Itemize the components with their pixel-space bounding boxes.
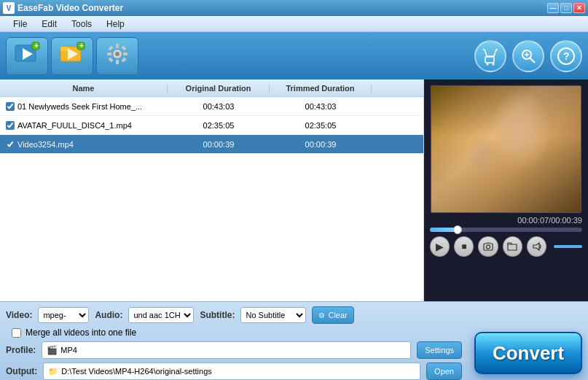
merge-row: Merge all videos into one file [6, 327, 462, 338]
toolbar-right: ? [474, 40, 582, 72]
app-icon: V [3, 2, 15, 14]
subtitle-label: Subtitle: [200, 310, 235, 320]
maximize-button[interactable]: □ [560, 3, 572, 13]
convert-section: Convert [474, 332, 582, 374]
play-button[interactable]: ▶ [430, 236, 450, 257]
time-display: 00:00:07/00:00:39 [517, 216, 582, 225]
file-list-header: Name Original Duration Trimmed Duration [0, 80, 423, 97]
app-title: EaseFab Video Converter [17, 3, 547, 13]
gear-icon [104, 41, 130, 71]
output-row: Output: 📁 D:\Test Videos\MP4-H264\origin… [6, 362, 462, 380]
audio-select[interactable]: und aac 1CH [128, 307, 194, 323]
video-thumbnail [431, 86, 581, 212]
svg-rect-28 [484, 244, 493, 250]
add-video-button[interactable]: + [6, 37, 48, 75]
toolbar-settings-button[interactable] [96, 37, 138, 75]
volume-button[interactable] [527, 236, 546, 257]
progress-thumb[interactable] [453, 225, 462, 234]
profile-value: MP4 [60, 346, 77, 354]
original-duration-cell: 00:00:39 [168, 140, 270, 149]
menu-file[interactable]: File [6, 18, 34, 31]
header-original: Original Duration [168, 84, 270, 93]
output-value: D:\Test Videos\MP4-H264\original-setting… [61, 367, 211, 376]
titlebar: V EaseFab Video Converter — □ ✕ [0, 0, 588, 16]
profile-row: Profile: 🎬 MP4 Settings [6, 341, 462, 359]
svg-rect-14 [123, 53, 128, 55]
minimize-button[interactable]: — [547, 3, 559, 13]
svg-point-10 [115, 52, 119, 56]
table-row[interactable]: AVATAR_FUULL_DISC4_1.mp4 02:35:05 02:35:… [0, 116, 423, 135]
svg-text:+: + [34, 42, 39, 50]
add-folder-icon: + [59, 41, 85, 71]
file-checkbox[interactable] [6, 102, 15, 111]
svg-point-21 [493, 63, 495, 65]
clear-icon: ⚙ [318, 311, 325, 319]
svg-rect-19 [485, 57, 494, 63]
header-trimmed: Trimmed Duration [270, 84, 372, 93]
menu-edit[interactable]: Edit [34, 18, 64, 31]
original-duration-cell: 00:43:03 [168, 102, 270, 111]
svg-marker-31 [533, 243, 539, 250]
svg-rect-30 [486, 242, 490, 244]
stop-button[interactable]: ■ [454, 236, 474, 257]
merge-checkbox[interactable] [12, 328, 21, 338]
trimmed-duration-cell: 00:00:39 [270, 140, 372, 149]
video-select[interactable]: mpeg- [38, 307, 89, 323]
output-input[interactable]: 📁 D:\Test Videos\MP4-H264\original-setti… [43, 362, 420, 380]
add-folder-button[interactable]: + [51, 37, 93, 75]
clear-button[interactable]: ⚙ Clear [312, 306, 353, 324]
volume-slider[interactable] [554, 245, 582, 248]
svg-rect-16 [121, 45, 126, 50]
shop-button[interactable] [474, 40, 506, 72]
window-controls: — □ ✕ [547, 3, 585, 13]
add-video-icon: + [14, 41, 40, 71]
file-name-cell: 01 Newlyweds Seek First Home_... [0, 102, 168, 111]
table-row[interactable]: 01 Newlyweds Seek First Home_... 00:43:0… [0, 97, 423, 116]
audio-label: Audio: [95, 310, 122, 320]
toolbar: + + [0, 32, 588, 80]
svg-point-29 [487, 245, 490, 249]
bottom-controls: Video: mpeg- Audio: und aac 1CH Subtitle… [0, 302, 468, 380]
svg-rect-15 [108, 45, 113, 50]
preview-image [431, 85, 581, 213]
close-button[interactable]: ✕ [573, 3, 585, 13]
svg-rect-11 [116, 44, 119, 48]
progress-bar[interactable] [430, 228, 582, 232]
file-name: AVATAR_FUULL_DISC4_1.mp4 [17, 121, 132, 130]
file-checkbox[interactable] [6, 140, 15, 149]
file-name: 01 Newlyweds Seek First Home_... [17, 102, 142, 111]
clear-label: Clear [328, 311, 347, 319]
original-duration-cell: 02:35:05 [168, 121, 270, 130]
toolbar-left: + + [6, 37, 138, 75]
preview-panel: 00:00:07/00:00:39 ▶ ■ [424, 80, 588, 301]
menubar: File Edit Tools Help [0, 16, 588, 32]
header-name: Name [0, 84, 168, 93]
help-button[interactable]: ? [550, 40, 582, 72]
open-folder-button[interactable] [503, 236, 522, 257]
convert-button[interactable]: Convert [474, 332, 582, 374]
svg-text:+: + [79, 42, 84, 50]
bottom-area: Video: mpeg- Audio: und aac 1CH Subtitle… [0, 301, 588, 380]
search-button[interactable] [512, 40, 544, 72]
media-controls-row: Video: mpeg- Audio: und aac 1CH Subtitle… [6, 306, 462, 324]
profile-input[interactable]: 🎬 MP4 [42, 341, 411, 359]
table-row[interactable]: Video3254.mp4 00:00:39 00:00:39 [0, 135, 423, 154]
file-name-cell: AVATAR_FUULL_DISC4_1.mp4 [0, 121, 168, 130]
svg-point-20 [487, 63, 489, 65]
main-area: Name Original Duration Trimmed Duration … [0, 80, 588, 301]
subtitle-select[interactable]: No Subtitle [240, 307, 306, 323]
trimmed-duration-cell: 02:35:05 [270, 121, 372, 130]
svg-text:?: ? [563, 50, 570, 62]
file-name-cell: Video3254.mp4 [0, 140, 168, 149]
svg-rect-12 [116, 60, 119, 64]
screenshot-button[interactable] [478, 236, 498, 257]
menu-help[interactable]: Help [99, 18, 132, 31]
open-button[interactable]: Open [426, 362, 462, 380]
settings-button[interactable]: Settings [417, 341, 462, 359]
menu-tools[interactable]: Tools [64, 18, 99, 31]
output-label: Output: [6, 366, 37, 376]
video-label: Video: [6, 310, 32, 320]
file-checkbox[interactable] [6, 121, 15, 130]
file-list: Name Original Duration Trimmed Duration … [0, 80, 424, 301]
mp4-icon: 🎬 [47, 345, 58, 355]
